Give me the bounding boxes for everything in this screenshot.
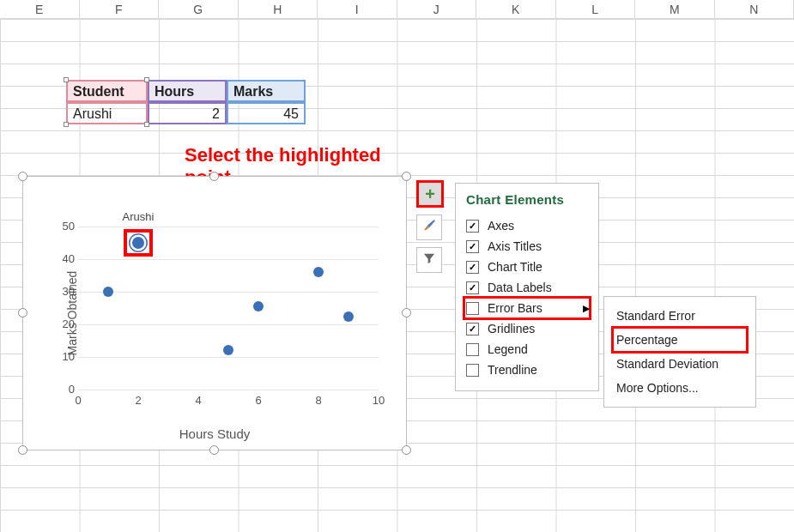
submenu-item[interactable]: Standard Error [613, 304, 747, 328]
gridline [78, 259, 379, 260]
y-tick-label: 30 [52, 285, 75, 298]
range-handle[interactable] [144, 122, 149, 127]
checkbox[interactable] [466, 281, 479, 294]
col-header[interactable]: J [397, 0, 477, 19]
chart-object[interactable]: Marks Obtained Hours Study Arushi 010203… [22, 176, 407, 450]
item-label: Gridlines [488, 322, 535, 336]
submenu-arrow-icon[interactable]: ▶ [583, 303, 590, 314]
checkbox[interactable] [466, 343, 479, 356]
range-handle[interactable] [64, 122, 69, 127]
checkbox[interactable] [466, 364, 479, 377]
cell-student-header[interactable]: Student [66, 80, 148, 102]
y-tick-label: 20 [52, 317, 75, 330]
item-label: Legend [488, 342, 528, 356]
submenu-item[interactable]: Percentage [613, 328, 747, 352]
funnel-icon [422, 251, 436, 269]
data-point[interactable] [223, 345, 233, 355]
gridline [78, 357, 379, 358]
submenu-item[interactable]: Standard Deviation [613, 352, 747, 376]
range-handle[interactable] [64, 77, 69, 82]
x-tick-label: 8 [315, 394, 321, 407]
resize-handle[interactable] [18, 445, 27, 455]
col-header[interactable]: L [556, 0, 636, 19]
resize-handle[interactable] [402, 308, 411, 317]
chart-element-item[interactable]: Axes [466, 215, 590, 236]
resize-handle[interactable] [18, 308, 27, 317]
y-tick-label: 0 [52, 383, 75, 396]
gridline [78, 390, 379, 390]
gridline [78, 227, 379, 227]
checkbox[interactable] [466, 240, 479, 253]
x-axis-title[interactable]: Hours Study [33, 426, 396, 441]
data-point[interactable] [103, 287, 113, 297]
resize-handle[interactable] [209, 172, 219, 181]
y-tick-label: 10 [52, 350, 75, 363]
data-point[interactable] [253, 301, 264, 311]
col-header[interactable]: F [80, 0, 160, 19]
y-tick-label: 40 [52, 252, 75, 265]
chart-flyout-buttons: + [416, 180, 444, 280]
chart-filters-button[interactable] [416, 247, 442, 273]
col-header[interactable]: N [715, 0, 795, 19]
chart-element-item[interactable]: Chart Title [466, 257, 590, 277]
data-point[interactable] [343, 311, 354, 322]
chart-element-item[interactable]: Gridlines [466, 318, 590, 339]
range-handle[interactable] [144, 77, 149, 82]
cell-marks-value[interactable]: 45 [227, 102, 306, 124]
x-tick-label: 2 [135, 394, 141, 407]
cell-student-value[interactable]: Arushi [66, 102, 148, 124]
chart-element-item[interactable]: Trendline [466, 360, 590, 380]
cell-marks-header[interactable]: Marks [227, 80, 306, 102]
item-label: Chart Title [488, 260, 542, 274]
resize-handle[interactable] [402, 445, 411, 455]
chart-element-item[interactable]: Axis Titles [466, 236, 590, 257]
data-point-selected[interactable] [132, 237, 144, 249]
x-tick-label: 10 [373, 394, 385, 407]
panel-title: Chart Elements [466, 192, 590, 207]
x-tick-label: 0 [75, 394, 81, 407]
data-point[interactable] [313, 267, 324, 277]
resize-handle[interactable] [209, 445, 219, 455]
item-label: Data Labels [488, 281, 552, 294]
chart-styles-button[interactable] [416, 215, 442, 240]
chart-element-item[interactable]: Legend [466, 339, 590, 360]
resize-handle[interactable] [402, 172, 411, 181]
error-bars-submenu: Standard ErrorPercentageStandard Deviati… [603, 296, 756, 408]
col-header[interactable]: K [476, 0, 556, 19]
item-label: Axis Titles [488, 239, 542, 253]
chart-element-item[interactable]: Data Labels [466, 277, 590, 298]
submenu-item[interactable]: More Options... [613, 376, 747, 400]
col-header[interactable]: E [0, 0, 80, 19]
gridline [78, 324, 379, 325]
col-header[interactable]: M [635, 0, 715, 19]
item-label: Axes [488, 219, 514, 233]
annotation-line1: Select the highlighted [185, 144, 381, 166]
chart-elements-panel: Chart Elements AxesAxis TitlesChart Titl… [455, 183, 599, 391]
data-label[interactable]: Arushi [123, 210, 155, 223]
plus-icon: + [425, 185, 435, 203]
chart-element-item[interactable]: Error Bars▶ [464, 298, 590, 318]
checkbox[interactable] [466, 220, 479, 233]
plot-area[interactable]: Arushi 010203040500246810 [78, 227, 379, 390]
checkbox[interactable] [466, 323, 479, 336]
y-axis-title[interactable]: Marks Obtained [65, 271, 79, 356]
col-header[interactable]: H [239, 0, 318, 19]
column-header-row: E F G H I J K L M N [0, 0, 794, 19]
checkbox[interactable] [466, 261, 479, 274]
cell-hours-value[interactable]: 2 [148, 102, 227, 124]
col-header[interactable]: I [318, 0, 397, 19]
brush-icon [421, 218, 437, 237]
chart-elements-button[interactable]: + [416, 180, 444, 208]
checkbox[interactable] [466, 302, 479, 315]
gridline [78, 292, 379, 293]
item-label: Error Bars [488, 301, 542, 315]
col-header[interactable]: G [159, 0, 239, 19]
resize-handle[interactable] [18, 172, 27, 181]
x-tick-label: 6 [255, 394, 261, 407]
y-tick-label: 50 [52, 220, 75, 233]
item-label: Trendline [488, 363, 537, 377]
x-tick-label: 4 [195, 394, 201, 407]
cell-hours-header[interactable]: Hours [148, 80, 227, 102]
